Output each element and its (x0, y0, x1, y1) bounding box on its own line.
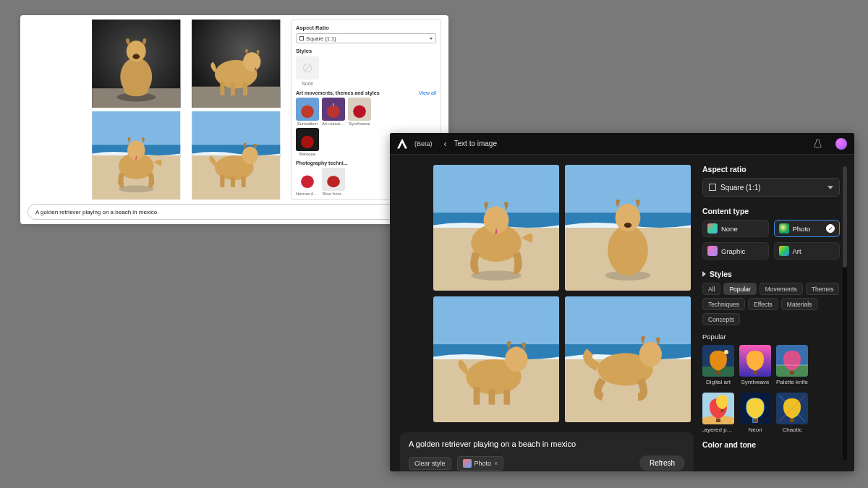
light-prompt-bar: A golden retriever playing on a beach in… (27, 204, 441, 220)
photo-thumb-2[interactable] (322, 168, 345, 191)
aspect-ratio-select[interactable]: Square (1:1) (702, 178, 840, 197)
none-icon (707, 223, 718, 234)
style-none-swatch[interactable] (296, 56, 319, 80)
square-icon (709, 184, 716, 191)
light-result-4[interactable] (188, 111, 284, 200)
light-result-3[interactable] (88, 111, 184, 200)
tab-materials[interactable]: Materials (781, 298, 817, 310)
flask-icon[interactable] (813, 139, 822, 148)
tab-popular[interactable]: Popular (723, 283, 756, 295)
style-digital-art[interactable] (702, 345, 734, 377)
style-layered-paper[interactable] (702, 393, 734, 424)
chevron-down-icon (827, 186, 833, 189)
scrollbar-thumb[interactable] (843, 166, 847, 267)
light-app-window: Aspect Ratio Square (1:1) Styles None Ar… (20, 15, 448, 224)
light-prompt-input[interactable]: A golden retriever playing on a beach in… (35, 209, 391, 215)
content-type-graphic[interactable]: Graphic (702, 242, 769, 260)
graphic-icon (707, 246, 718, 256)
dark-refresh-button[interactable]: Refresh (639, 455, 685, 471)
photo-icon (779, 223, 789, 234)
art-thumb-artnouveau[interactable] (322, 98, 345, 121)
dark-results-grid (433, 165, 691, 422)
art-thumb-surrealism[interactable] (296, 98, 319, 121)
topbar: (Beta) ‹ Text to image (390, 133, 854, 155)
color-and-tone-label[interactable]: Color and tone (702, 440, 840, 449)
dark-prompt-input[interactable]: A golden retriever playing on a beach in… (409, 440, 685, 448)
style-palette-knife[interactable] (776, 345, 808, 377)
art-movements-label: Art movements, themes and styles (296, 90, 380, 95)
photo-chip-icon (463, 459, 472, 468)
content-type-label: Content type (702, 207, 840, 215)
avatar[interactable] (835, 138, 847, 150)
tab-concepts[interactable]: Concepts (702, 313, 740, 325)
styles-label[interactable]: Styles (702, 270, 840, 278)
art-icon (779, 246, 789, 256)
dark-app-window: (Beta) ‹ Text to image A golden retrieve… (390, 133, 854, 471)
style-none-label: None (296, 81, 319, 86)
aspect-ratio-select[interactable]: Square (1:1) (296, 33, 436, 43)
dark-result-4[interactable] (565, 296, 691, 422)
tab-all[interactable]: All (702, 283, 720, 295)
close-icon[interactable]: × (494, 460, 498, 467)
style-chaotic[interactable] (776, 393, 808, 424)
tab-movements[interactable]: Movements (760, 283, 803, 295)
scrollbar[interactable] (843, 166, 847, 460)
clear-style-button[interactable]: Clear style (409, 457, 451, 470)
beta-label: (Beta) (414, 140, 433, 147)
tab-themes[interactable]: Themes (806, 283, 840, 295)
content-type-none[interactable]: None (702, 220, 769, 237)
check-icon: ✓ (826, 224, 835, 233)
dark-settings-panel: Aspect ratio Square (1:1) Content type N… (702, 165, 851, 461)
aspect-ratio-value: Square (1:1) (306, 35, 336, 42)
content-type-art[interactable]: Art (774, 242, 841, 260)
dark-result-2[interactable] (565, 165, 691, 291)
photo-tech-label: Photography techni... (296, 160, 348, 166)
light-result-2[interactable] (188, 20, 284, 108)
aspect-ratio-label: Aspect ratio (702, 165, 840, 174)
breadcrumb[interactable]: Text to image (454, 140, 497, 147)
square-icon (299, 36, 304, 40)
view-all-link[interactable]: View all (419, 90, 436, 95)
chevron-right-icon (702, 271, 706, 277)
photo-chip[interactable]: Photo × (457, 456, 504, 471)
back-button[interactable]: ‹ (444, 139, 447, 149)
light-results-grid (88, 20, 284, 200)
style-neon[interactable] (739, 393, 771, 424)
style-tabs: All Popular Movements Themes Techniques … (702, 283, 840, 325)
tab-effects[interactable]: Effects (748, 298, 778, 310)
content-type-photo[interactable]: Photo✓ (774, 220, 841, 237)
photo-thumb-1[interactable] (296, 168, 319, 191)
aspect-ratio-value: Square (1:1) (720, 184, 823, 192)
style-synthwave[interactable] (739, 345, 771, 377)
chevron-down-icon (430, 38, 433, 40)
styles-label: Styles (296, 48, 436, 54)
aspect-ratio-label: Aspect Ratio (296, 25, 436, 31)
dark-prompt-bar: A golden retriever playing on a beach in… (400, 432, 694, 471)
art-thumb-synthwave[interactable] (348, 98, 371, 121)
adobe-logo-icon (397, 139, 407, 149)
dark-result-3[interactable] (433, 296, 559, 422)
dark-result-1[interactable] (433, 165, 559, 291)
popular-label: Popular (702, 333, 840, 341)
tab-techniques[interactable]: Techniques (702, 298, 745, 310)
light-result-1[interactable] (88, 20, 184, 108)
art-thumb-baroque[interactable] (296, 128, 319, 151)
